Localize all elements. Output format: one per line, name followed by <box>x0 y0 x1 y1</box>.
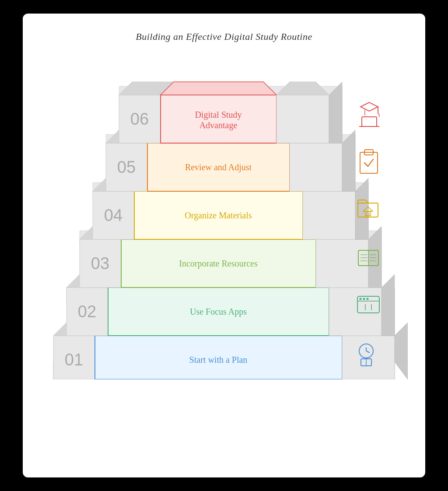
pyramid-svg: 01 02 03 04 05 06 Start with a Plan Use … <box>40 64 408 379</box>
svg-marker-58 <box>276 82 329 95</box>
svg-rect-37 <box>303 191 355 239</box>
svg-marker-9 <box>395 323 408 362</box>
svg-rect-90 <box>362 117 377 126</box>
step-01-num: 01 <box>65 351 83 369</box>
step-02-num: 02 <box>78 302 96 321</box>
svg-rect-57 <box>276 95 329 143</box>
svg-marker-87 <box>360 102 378 111</box>
pyramid-diagram: 01 02 03 04 05 06 Start with a Plan Use … <box>40 64 408 379</box>
svg-point-69 <box>367 298 369 300</box>
svg-rect-47 <box>290 143 342 191</box>
step-05-icon <box>360 150 378 173</box>
step-06-icon <box>359 102 379 126</box>
svg-marker-56 <box>161 82 276 95</box>
step-04-num: 04 <box>104 206 122 224</box>
svg-point-67 <box>360 298 362 300</box>
step-06-label-2: Advantage <box>200 120 238 130</box>
step-06-num: 06 <box>130 110 149 128</box>
step-05-num: 05 <box>117 158 136 176</box>
svg-marker-19 <box>382 274 395 336</box>
step-04-label: Organize Materials <box>185 210 252 221</box>
step-06-label-1: Digital Study <box>195 110 242 120</box>
step-02-label: Use Focus Apps <box>190 307 247 317</box>
page-title: Building an Effective Digital Study Rout… <box>136 31 312 42</box>
svg-point-68 <box>363 298 365 300</box>
main-container: Building an Effective Digital Study Rout… <box>23 14 425 477</box>
svg-rect-27 <box>316 239 368 288</box>
step-03-label: Incorporate Resources <box>179 259 258 269</box>
step-03-num: 03 <box>91 254 109 273</box>
svg-rect-17 <box>329 288 382 336</box>
step-01-label: Start with a Plan <box>189 355 248 365</box>
svg-rect-85 <box>360 152 378 173</box>
step-05-label: Review and Adjust <box>185 162 252 172</box>
